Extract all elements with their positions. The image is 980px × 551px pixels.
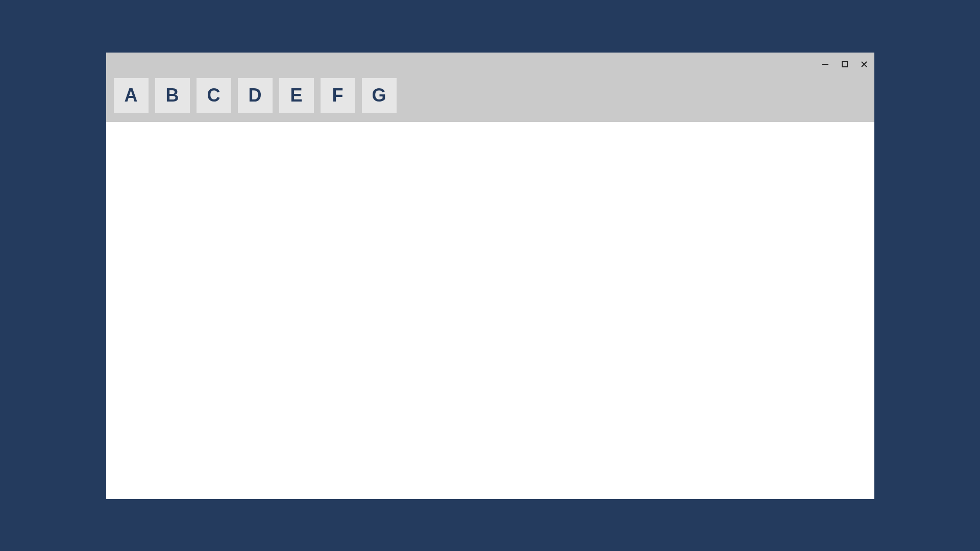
toolbar-button-a[interactable]: A (114, 78, 149, 113)
toolbar-button-e[interactable]: E (279, 78, 314, 113)
toolbar-button-label: G (372, 85, 386, 106)
toolbar-button-g[interactable]: G (362, 78, 397, 113)
maximize-button[interactable] (839, 59, 851, 71)
toolbar-button-b[interactable]: B (155, 78, 190, 113)
minimize-icon (821, 60, 829, 70)
toolbar-button-label: C (207, 85, 220, 106)
toolbar-button-label: D (249, 85, 262, 106)
content-area (106, 122, 874, 499)
toolbar: A B C D E F G (106, 78, 874, 122)
toolbar-button-f[interactable]: F (321, 78, 355, 113)
toolbar-button-label: E (290, 85, 302, 106)
application-window: A B C D E F G (106, 53, 874, 499)
toolbar-button-label: A (125, 85, 138, 106)
svg-rect-1 (842, 62, 847, 67)
minimize-button[interactable] (819, 59, 831, 71)
close-icon (860, 60, 868, 70)
toolbar-button-label: F (332, 85, 344, 106)
toolbar-button-d[interactable]: D (238, 78, 273, 113)
toolbar-button-c[interactable]: C (197, 78, 231, 113)
title-bar (106, 53, 874, 78)
maximize-icon (841, 60, 849, 70)
toolbar-button-label: B (166, 85, 179, 106)
close-button[interactable] (858, 59, 870, 71)
